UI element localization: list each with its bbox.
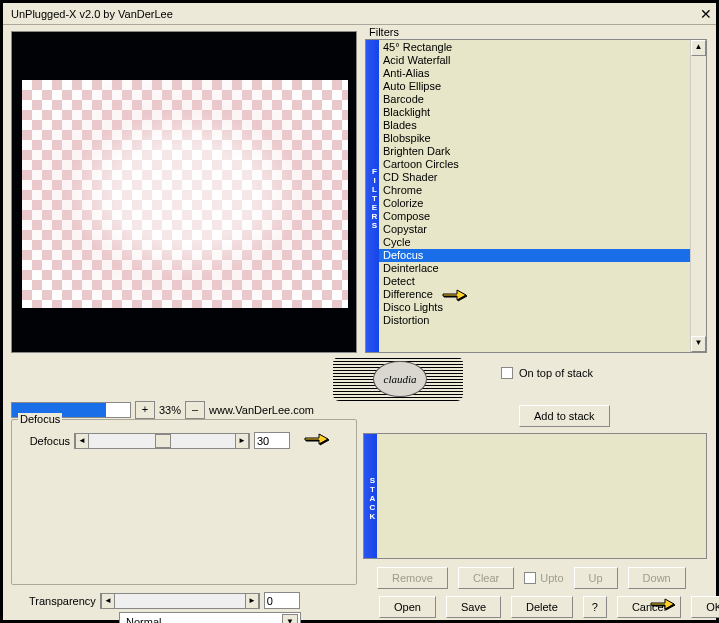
filters-group: Filters FILTERS 45° RectangleAcid Waterf…: [363, 27, 707, 353]
slider-left-icon[interactable]: ◄: [75, 434, 89, 448]
zoom-bar: + 33% – www.VanDerLee.com: [11, 400, 357, 420]
filters-list[interactable]: 45° RectangleAcid WaterfallAnti-AliasAut…: [379, 40, 690, 352]
stack-list[interactable]: [377, 434, 706, 558]
defocus-value-input[interactable]: [254, 432, 290, 449]
filter-item[interactable]: Auto Ellipse: [379, 80, 690, 93]
upto-label: Upto: [540, 572, 563, 584]
filter-item[interactable]: Anti-Alias: [379, 67, 690, 80]
zoom-out-button[interactable]: –: [185, 401, 205, 419]
filter-item[interactable]: 45° Rectangle: [379, 41, 690, 54]
filter-item[interactable]: Deinterlace: [379, 262, 690, 275]
filter-item[interactable]: Difference: [379, 288, 690, 301]
zoom-in-button[interactable]: +: [135, 401, 155, 419]
transparency-value-input[interactable]: [264, 592, 300, 609]
blend-mode-select[interactable]: Normal ▼: [119, 612, 301, 623]
stack-area: STACK: [363, 433, 707, 559]
titlebar: UnPlugged-X v2.0 by VanDerLee ✕: [3, 3, 716, 25]
up-button[interactable]: Up: [574, 567, 618, 589]
filter-item[interactable]: Blacklight: [379, 106, 690, 119]
app-window: UnPlugged-X v2.0 by VanDerLee ✕ Filters …: [0, 0, 719, 623]
open-button[interactable]: Open: [379, 596, 436, 618]
on-top-label: On top of stack: [519, 367, 593, 379]
slider-right-icon[interactable]: ►: [245, 594, 259, 608]
close-icon[interactable]: ✕: [700, 6, 712, 22]
defocus-group: Defocus Defocus ◄ ►: [11, 419, 357, 585]
scroll-down-icon[interactable]: ▼: [691, 336, 706, 352]
filter-item[interactable]: Detect: [379, 275, 690, 288]
ok-button[interactable]: OK: [691, 596, 719, 618]
scroll-up-icon[interactable]: ▲: [691, 40, 706, 56]
slider-right-icon[interactable]: ►: [235, 434, 249, 448]
transparency-slider[interactable]: ◄ ►: [100, 593, 260, 609]
defocus-param-label: Defocus: [18, 435, 70, 447]
filter-item[interactable]: Compose: [379, 210, 690, 223]
filter-item[interactable]: Cycle: [379, 236, 690, 249]
on-top-checkbox[interactable]: [501, 367, 513, 379]
filter-item[interactable]: Blobspike: [379, 132, 690, 145]
filter-item[interactable]: Barcode: [379, 93, 690, 106]
filters-scrollbar[interactable]: ▲ ▼: [690, 40, 706, 352]
cancel-button[interactable]: Cancel: [617, 596, 681, 618]
delete-button[interactable]: Delete: [511, 596, 573, 618]
clear-button[interactable]: Clear: [458, 567, 514, 589]
logo-strip: claudia: [333, 357, 463, 401]
filter-item[interactable]: Acid Waterfall: [379, 54, 690, 67]
on-top-of-stack-option[interactable]: On top of stack: [501, 367, 593, 379]
filter-item[interactable]: Distortion: [379, 314, 690, 327]
blend-mode-value: Normal: [126, 616, 161, 623]
filter-item[interactable]: Copystar: [379, 223, 690, 236]
filter-item[interactable]: Defocus: [379, 249, 690, 262]
defocus-slider[interactable]: ◄ ►: [74, 433, 250, 449]
website-link[interactable]: www.VanDerLee.com: [209, 404, 314, 416]
window-title: UnPlugged-X v2.0 by VanDerLee: [7, 8, 173, 20]
save-button[interactable]: Save: [446, 596, 501, 618]
filter-item[interactable]: Blades: [379, 119, 690, 132]
zoom-value: 33%: [159, 404, 181, 416]
filter-item[interactable]: Colorize: [379, 197, 690, 210]
filter-item[interactable]: CD Shader: [379, 171, 690, 184]
logo-oval: claudia: [373, 361, 427, 397]
upto-checkbox[interactable]: [524, 572, 536, 584]
help-button[interactable]: ?: [583, 596, 607, 618]
filter-item[interactable]: Cartoon Circles: [379, 158, 690, 171]
add-to-stack-button[interactable]: Add to stack: [519, 405, 610, 427]
filter-item[interactable]: Brighten Dark: [379, 145, 690, 158]
preview-panel: [11, 31, 357, 353]
down-button[interactable]: Down: [628, 567, 686, 589]
stack-tab: STACK: [364, 434, 377, 558]
defocus-group-label: Defocus: [18, 413, 62, 425]
chevron-down-icon[interactable]: ▼: [282, 614, 298, 623]
filters-group-label: Filters: [369, 26, 399, 38]
slider-thumb[interactable]: [155, 434, 171, 448]
remove-button[interactable]: Remove: [377, 567, 448, 589]
filter-item[interactable]: Disco Lights: [379, 301, 690, 314]
transparency-label: Transparency: [29, 595, 96, 607]
filter-item[interactable]: Chrome: [379, 184, 690, 197]
slider-left-icon[interactable]: ◄: [101, 594, 115, 608]
filters-tab: FILTERS: [366, 40, 379, 352]
preview-image: [22, 80, 348, 308]
